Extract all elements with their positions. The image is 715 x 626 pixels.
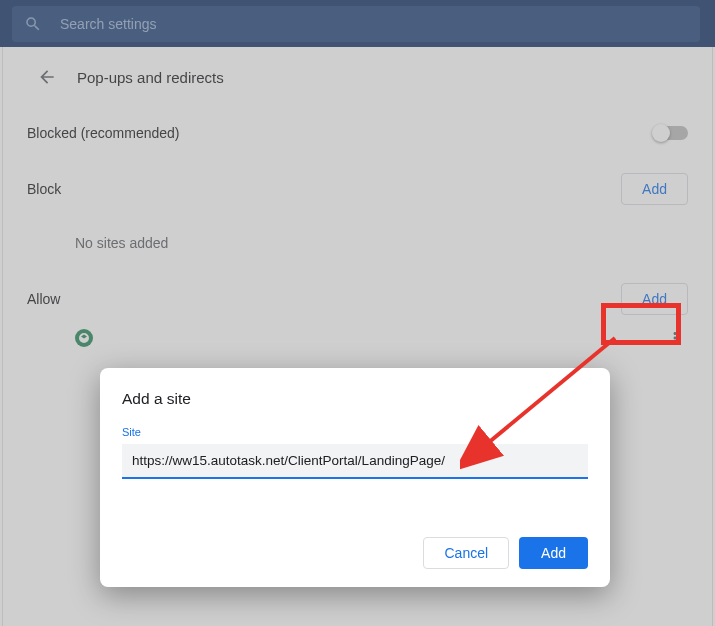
site-url-input[interactable] (122, 444, 588, 479)
dialog-actions: Cancel Add (122, 537, 588, 569)
site-field-label: Site (122, 426, 588, 438)
add-site-dialog: Add a site Site Cancel Add (100, 368, 610, 587)
dialog-title: Add a site (122, 390, 588, 408)
dialog-add-button[interactable]: Add (519, 537, 588, 569)
cancel-button[interactable]: Cancel (423, 537, 509, 569)
